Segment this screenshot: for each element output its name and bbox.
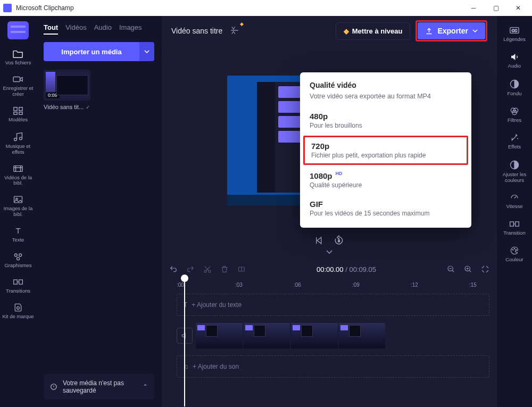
rail-transition[interactable]: Transition [498, 217, 530, 238]
clip-duration: 0:09 [46, 92, 60, 98]
rail-text[interactable]: T Texte [2, 224, 34, 245]
effects-icon[interactable]: ◆ [230, 26, 239, 37]
svg-point-35 [516, 250, 517, 251]
info-icon [50, 382, 57, 392]
redo-icon[interactable] [186, 265, 195, 273]
clip-used-icon: ✓ [86, 104, 90, 110]
playhead[interactable] [184, 279, 185, 406]
rail-library-images[interactable]: Images de la bibl. [2, 193, 34, 220]
svg-rect-2 [19, 107, 22, 110]
close-button[interactable]: ✕ [508, 1, 529, 15]
rail-captions[interactable]: CC Légendes [498, 23, 530, 45]
rail-graphics[interactable]: Graphismes [2, 250, 34, 271]
import-media-dropdown[interactable] [139, 42, 154, 61]
media-panel: Tout Vidéos Audio Images Importer un méd… [36, 16, 162, 407]
upload-icon [425, 27, 433, 35]
right-rail: CC Légendes Audio Fondu Filtres Effets A… [497, 16, 532, 407]
rail-brand-kit[interactable]: Kit de marque [2, 301, 34, 322]
rail-color[interactable]: Couleur [498, 244, 530, 265]
svg-point-16 [17, 306, 20, 309]
left-rail: Vos fichiers Enregistrer et créer Modèle… [0, 16, 36, 407]
tab-all[interactable]: Tout [44, 23, 58, 35]
svg-rect-31 [510, 222, 514, 226]
chevron-down-icon [472, 29, 478, 32]
minimize-button[interactable]: ─ [463, 1, 484, 15]
tab-audio[interactable]: Audio [94, 23, 112, 35]
rail-fade[interactable]: Fondu [498, 77, 530, 99]
chevron-up-icon: ⌃ [143, 383, 148, 391]
center-area: Vidéo sans titre ◆ ◆ Mettre à niveau Exp… [162, 16, 497, 407]
export-menu-title: Qualité vidéo [300, 81, 471, 93]
import-media-button[interactable]: Importer un média [44, 42, 139, 61]
clip-thumbnail: 0:09 [44, 70, 90, 101]
clip-title: Vidéo sans tit... [44, 104, 84, 110]
project-title[interactable]: Vidéo sans titre [171, 27, 222, 35]
svg-point-6 [20, 137, 22, 140]
svg-rect-3 [14, 112, 17, 114]
svg-point-33 [512, 250, 513, 251]
timeline-time: 00:00.00 / 00:09.05 [317, 265, 376, 273]
premium-badge-icon: ◆ [240, 21, 244, 27]
media-tabs: Tout Vidéos Audio Images [44, 23, 154, 35]
video-clip[interactable] [196, 323, 385, 348]
unsaved-media-banner[interactable]: Votre média n'est pas sauvegardé ⌃ [44, 374, 154, 400]
export-menu-subtitle: Votre vidéo sera exportée au format MP4 [300, 93, 471, 106]
svg-point-34 [514, 248, 515, 250]
svg-text:T: T [15, 226, 20, 235]
svg-point-13 [17, 258, 20, 260]
svg-rect-0 [13, 77, 20, 81]
export-option-1080p[interactable]: 1080pHD Qualité supérieure [300, 166, 471, 194]
gem-icon: ◆ [344, 27, 349, 35]
track-add-sound[interactable]: ♫ + Ajouter du son [177, 355, 489, 378]
svg-point-12 [19, 254, 22, 256]
undo-icon[interactable] [169, 265, 178, 273]
svg-rect-15 [19, 280, 23, 284]
rail-record[interactable]: Enregistrer et créer [2, 72, 34, 99]
svg-rect-4 [19, 112, 22, 114]
svg-point-11 [14, 254, 17, 256]
clipchamp-logo-icon[interactable] [7, 21, 29, 39]
export-option-gif[interactable]: GIF Pour les vidéos de 15 secondes maxim… [300, 194, 471, 222]
timeline-collapse-toggle[interactable] [162, 246, 497, 259]
upgrade-button[interactable]: ◆ Mettre à niveau [336, 22, 411, 40]
export-option-480p[interactable]: 480p Pour les brouillons [300, 106, 471, 135]
fit-icon[interactable] [481, 265, 489, 273]
tab-videos[interactable]: Vidéos [65, 23, 87, 35]
zoom-out-icon[interactable] [447, 265, 455, 273]
window-titlebar: Microsoft Clipchamp ─ ▢ ✕ [0, 0, 532, 16]
svg-text:5: 5 [338, 239, 339, 243]
skip-back-icon[interactable] [314, 236, 324, 245]
maximize-button[interactable]: ▢ [485, 1, 506, 15]
rail-library-videos[interactable]: Vidéos de la bibl. [2, 162, 34, 189]
split-icon[interactable] [237, 265, 246, 273]
export-button[interactable]: Exporter [418, 22, 485, 39]
timeline: 00:00.00 / 00:09.05 :00 :03 :06 :09 :12 … [162, 259, 497, 407]
rail-adjust-colors[interactable]: Ajuster les couleurs [498, 157, 530, 186]
rail-transitions[interactable]: Transitions [2, 275, 34, 296]
svg-rect-14 [14, 280, 18, 284]
svg-text:CC: CC [512, 28, 517, 33]
delete-icon[interactable] [220, 265, 229, 273]
rail-speed[interactable]: Vitesse [498, 190, 530, 212]
rail-audio[interactable]: Audio [498, 50, 530, 71]
rail-music[interactable]: Musique et effets [2, 129, 34, 157]
rewind-5-icon[interactable]: 5 [334, 235, 344, 246]
export-option-720p[interactable]: 720p Fichier plus petit, exportation plu… [303, 136, 468, 165]
svg-point-5 [14, 138, 17, 140]
timeline-ruler[interactable]: :00 :03 :06 :09 :12 :15 [177, 282, 489, 294]
rail-filters[interactable]: Filtres [498, 104, 530, 126]
export-highlight: Exporter [415, 20, 487, 41]
zoom-in-icon[interactable] [464, 265, 472, 273]
cut-icon[interactable] [203, 265, 212, 273]
window-title: Microsoft Clipchamp [16, 4, 74, 12]
export-quality-menu: Qualité vidéo Votre vidéo sera exportée … [300, 72, 471, 228]
rail-effects[interactable]: Effets [498, 131, 530, 152]
app-logo-icon [3, 4, 12, 12]
rail-your-files[interactable]: Vos fichiers [2, 47, 34, 68]
svg-rect-7 [14, 165, 22, 171]
svg-rect-32 [516, 222, 519, 226]
rail-templates[interactable]: Modèles [2, 104, 34, 125]
track-add-text[interactable]: T + Ajouter du texte [177, 294, 489, 316]
media-clip[interactable]: 0:09 Vidéo sans tit... ✓ [44, 70, 90, 110]
tab-images[interactable]: Images [119, 23, 142, 35]
